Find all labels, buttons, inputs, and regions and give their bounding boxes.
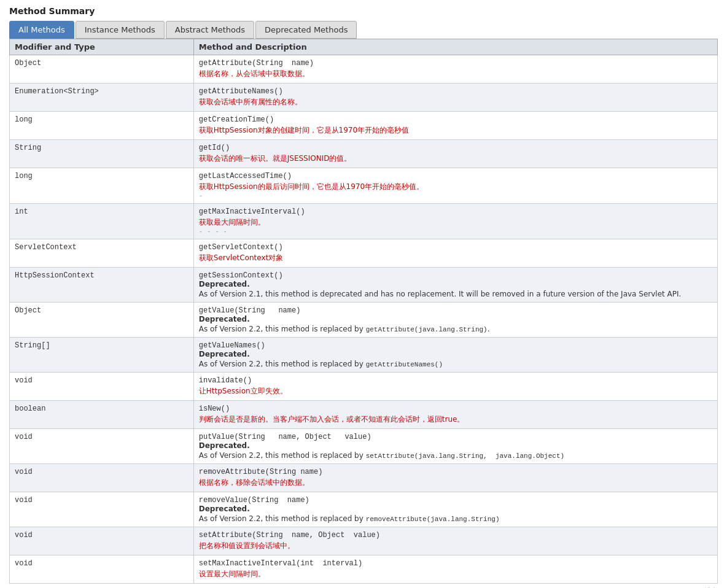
cell-type: ServletContext — [10, 239, 194, 268]
tab-instance-methods[interactable]: Instance Methods — [76, 21, 165, 39]
section-title: Method Summary — [9, 6, 718, 16]
method-signature: getServletContext() — [199, 243, 712, 252]
cell-type: String[] — [10, 338, 194, 373]
cell-method: getAttributeNames()获取会话域中所有属性的名称。 — [193, 83, 717, 112]
table-row: voidsetAttribute(String name, Object val… — [10, 527, 718, 555]
table-row: longgetLastAccessedTime()获取HttpSession的最… — [10, 168, 718, 204]
cell-type: String — [10, 140, 194, 168]
deprecated-label: Deprecated. — [199, 280, 712, 288]
method-signature: getAttributeNames() — [199, 87, 712, 96]
cell-type: long — [10, 112, 194, 140]
method-signature: getAttribute(String name) — [199, 59, 712, 68]
cell-type: void — [10, 492, 194, 527]
method-desc: 把名称和值设置到会话域中。 — [199, 541, 712, 551]
table-row: voidremoveAttribute(String name)根据名称，移除会… — [10, 464, 718, 492]
deprecated-note: As of Version 2.1, this method is deprec… — [199, 290, 712, 298]
method-desc: 获取会话的唯一标识。就是JSESSIONID的值。 — [199, 153, 712, 164]
table-row: ServletContextgetServletContext()获取Servl… — [10, 239, 718, 268]
cell-type: long — [10, 168, 194, 204]
table-row: voidputValue(String name, Object value)D… — [10, 429, 718, 464]
cell-method: getServletContext()获取ServletContext对象 — [193, 239, 717, 268]
table-row: HttpSessionContextgetSessionContext()Dep… — [10, 268, 718, 303]
cell-method: getLastAccessedTime()获取HttpSession的最后访问时… — [193, 168, 717, 204]
method-desc: 获取HttpSession的最后访问时间，它也是从1970年开始的毫秒值。 — [199, 182, 712, 192]
table-header-row: Modifier and Type Method and Description — [10, 39, 718, 55]
cell-method: isNew()判断会话是否是新的。当客户端不加入会话，或者不知道有此会话时，返回… — [193, 401, 717, 429]
deprecated-note: As of Version 2.2, this method is replac… — [199, 514, 712, 523]
method-signature: putValue(String name, Object value) — [199, 433, 712, 441]
method-desc: 设置最大间隔时间。 — [199, 569, 712, 579]
table-row: ObjectgetAttribute(String name)根据名称，从会话域… — [10, 55, 718, 83]
method-signature: getValueNames() — [199, 341, 712, 350]
tabs-container: All Methods Instance Methods Abstract Me… — [9, 21, 718, 39]
extra2: - - - - — [199, 228, 712, 235]
method-desc: 判断会话是否是新的。当客户端不加入会话，或者不知道有此会话时，返回true。 — [199, 414, 712, 425]
cell-method: getMaxInactiveInterval()获取最大间隔时间。- - - - — [193, 204, 717, 239]
cell-type: void — [10, 373, 194, 401]
method-table: Modifier and Type Method and Description… — [9, 39, 718, 584]
table-row: longgetCreationTime()获取HttpSession对象的创建时… — [10, 112, 718, 140]
method-signature: isNew() — [199, 404, 712, 413]
method-signature: removeAttribute(String name) — [199, 468, 712, 476]
method-desc: 获取ServletContext对象 — [199, 253, 712, 263]
cell-type: HttpSessionContext — [10, 268, 194, 303]
col-header-method: Method and Description — [193, 39, 717, 55]
cell-type: boolean — [10, 401, 194, 429]
deprecated-label: Deprecated. — [199, 441, 712, 450]
cell-method: getValue(String name)Deprecated.As of Ve… — [193, 303, 717, 338]
method-desc: 让HttpSession立即失效。 — [199, 386, 712, 397]
cell-method: getCreationTime()获取HttpSession对象的创建时间，它是… — [193, 112, 717, 140]
cell-method: getSessionContext()Deprecated.As of Vers… — [193, 268, 717, 303]
table-row: intgetMaxInactiveInterval()获取最大间隔时间。- - … — [10, 204, 718, 239]
deprecated-label: Deprecated. — [199, 350, 712, 358]
extra: - — [199, 192, 712, 199]
method-signature: setAttribute(String name, Object value) — [199, 531, 712, 540]
table-row: voidsetMaxInactiveInterval(int interval)… — [10, 555, 718, 584]
cell-type: void — [10, 527, 194, 555]
cell-type: void — [10, 464, 194, 492]
table-row: StringgetId()获取会话的唯一标识。就是JSESSIONID的值。 — [10, 140, 718, 168]
method-signature: getSessionContext() — [199, 271, 712, 280]
table-row: booleanisNew()判断会话是否是新的。当客户端不加入会话，或者不知道有… — [10, 401, 718, 429]
page-container: Method Summary All Methods Instance Meth… — [0, 0, 727, 588]
cell-method: getValueNames()Deprecated.As of Version … — [193, 338, 717, 373]
cell-type: Object — [10, 55, 194, 83]
cell-type: int — [10, 204, 194, 239]
method-signature: setMaxInactiveInterval(int interval) — [199, 559, 712, 568]
method-signature: getCreationTime() — [199, 115, 712, 124]
deprecated-label: Deprecated. — [199, 505, 712, 513]
method-signature: getMaxInactiveInterval() — [199, 207, 712, 216]
tab-abstract-methods[interactable]: Abstract Methods — [166, 21, 254, 39]
method-desc: 获取会话域中所有属性的名称。 — [199, 97, 712, 107]
cell-type: Enumeration<String> — [10, 83, 194, 112]
cell-method: removeAttribute(String name)根据名称，移除会话域中的… — [193, 464, 717, 492]
deprecated-note: As of Version 2.2, this method is replac… — [199, 325, 712, 333]
deprecated-note: As of Version 2.2, this method is replac… — [199, 451, 712, 460]
cell-method: getAttribute(String name)根据名称，从会话域中获取数据。 — [193, 55, 717, 83]
cell-method: removeValue(String name)Deprecated.As of… — [193, 492, 717, 527]
table-row: voidremoveValue(String name)Deprecated.A… — [10, 492, 718, 527]
deprecated-label: Deprecated. — [199, 315, 712, 323]
table-row: String[]getValueNames()Deprecated.As of … — [10, 338, 718, 373]
cell-method: setMaxInactiveInterval(int interval)设置最大… — [193, 555, 717, 584]
method-desc: 获取HttpSession对象的创建时间，它是从1970年开始的毫秒值 — [199, 125, 712, 136]
method-signature: removeValue(String name) — [199, 496, 712, 505]
method-signature: getValue(String name) — [199, 306, 712, 315]
cell-method: setAttribute(String name, Object value)把… — [193, 527, 717, 555]
method-signature: getId() — [199, 144, 712, 152]
cell-type: void — [10, 429, 194, 464]
deprecated-note: As of Version 2.2, this method is replac… — [199, 360, 712, 368]
method-signature: getLastAccessedTime() — [199, 172, 712, 180]
cell-method: getId()获取会话的唯一标识。就是JSESSIONID的值。 — [193, 140, 717, 168]
method-desc: 获取最大间隔时间。 — [199, 217, 712, 228]
method-signature: invalidate() — [199, 376, 712, 385]
tab-deprecated-methods[interactable]: Deprecated Methods — [255, 21, 357, 39]
watermark: https://blog.csdn.net/mxn... @51CTO博客 — [9, 584, 718, 588]
col-header-modifier: Modifier and Type — [10, 39, 194, 55]
cell-type: Object — [10, 303, 194, 338]
cell-method: invalidate()让HttpSession立即失效。 — [193, 373, 717, 401]
method-desc: 根据名称，移除会话域中的数据。 — [199, 478, 712, 488]
tab-all-methods[interactable]: All Methods — [9, 21, 74, 39]
cell-method: putValue(String name, Object value)Depre… — [193, 429, 717, 464]
table-row: ObjectgetValue(String name)Deprecated.As… — [10, 303, 718, 338]
